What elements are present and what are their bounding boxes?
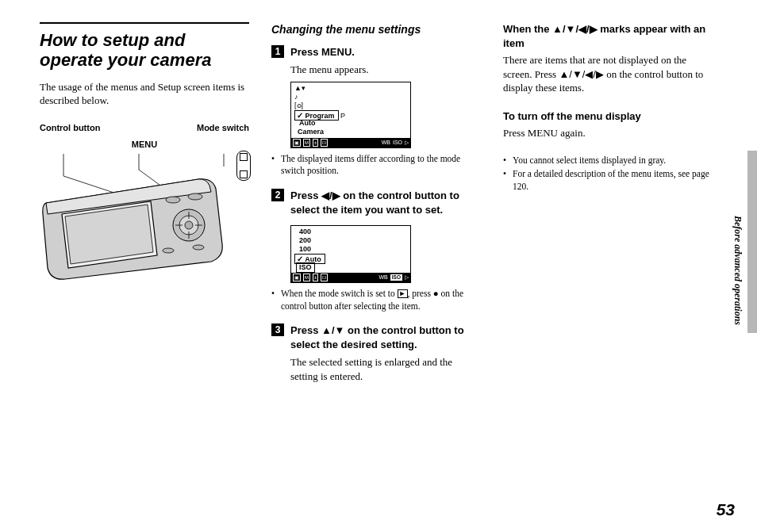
lcd-menu-2: 400 200 100 ✓ Auto ISO ▣ M ± ⊡ WB ISO	[290, 225, 411, 283]
camera-figure: Control button Mode switch MENU	[40, 122, 249, 291]
bar2-icon-exp: ±	[313, 274, 318, 281]
step-2-head: Press ◀/▶ on the control button to selec…	[290, 189, 481, 217]
column-3: When the ▲/▼/◀/▶ marks appear with an it…	[503, 22, 717, 388]
subheading-turn-off: To turn off the menu display	[503, 109, 713, 124]
label-mode-switch: Mode switch	[197, 122, 249, 134]
bar2-icon-camera: ▣	[293, 274, 301, 281]
step-1-body: The menu appears.	[290, 63, 481, 77]
subheading-changing-menu: Changing the menu settings	[271, 22, 481, 37]
bar-icon-camera: ▣	[293, 139, 301, 147]
label-control-button: Control button	[40, 122, 100, 134]
arrows-all-icon-2: ▲/▼/◀/▶	[559, 68, 604, 80]
lcd2-row-400: 400	[293, 228, 409, 236]
step-3-body: The selected setting is enlarged and the…	[290, 355, 481, 383]
arrows-up-down-icon: ▲/▼	[321, 324, 344, 336]
svg-point-15	[193, 245, 204, 250]
bar-icon-focus: ⊡	[321, 139, 328, 147]
svg-point-9	[185, 221, 193, 229]
lcd1-icon-up: ▲▾	[294, 84, 305, 92]
section-tab-label: Before advanced operations	[732, 216, 744, 325]
label-menu: MENU	[132, 140, 157, 149]
lcd1-row-camera: Camera	[293, 128, 409, 136]
para-marks-appear: There are items that are not displayed o…	[503, 53, 713, 95]
bar2-iso: ISO	[390, 274, 402, 281]
arrows-all-icon: ▲/▼/◀/▶	[552, 23, 598, 35]
lcd1-icon-focus: [ᴑ]	[294, 101, 303, 109]
bar-wb: WB	[382, 139, 390, 146]
arrows-left-right-icon: ◀/▶	[321, 189, 340, 201]
step-number-2: 2	[271, 189, 284, 201]
lcd2-row-100: 100	[293, 245, 409, 254]
note-after-step2: When the mode switch is set to ►, press …	[271, 288, 481, 312]
bar-right-arrow: ▷	[405, 139, 409, 146]
svg-point-14	[163, 248, 174, 253]
para-turn-off: Press MENU again.	[503, 126, 713, 140]
lcd2-iconbar: ▣ M ± ⊡ WB ISO ▷	[291, 273, 410, 282]
thumb-tab-bar	[747, 151, 757, 333]
bar-icon-mode: M	[303, 139, 310, 147]
bar-icon-exp: ±	[313, 139, 318, 147]
svg-point-6	[188, 193, 202, 200]
play-mode-icon: ►	[398, 289, 408, 298]
bar2-icon-focus: ⊡	[321, 274, 328, 281]
camera-illustration	[40, 152, 238, 287]
lcd1-iconbar: ▣ M ± ⊡ WB ISO ▷	[291, 138, 410, 147]
bar2-wb: WB	[379, 274, 388, 281]
note-after-step1: The displayed items differ according to …	[271, 153, 481, 178]
heading-rule	[40, 22, 249, 24]
step-2: 2 Press ◀/▶ on the control button to sel…	[271, 189, 481, 217]
page-number: 53	[717, 499, 735, 521]
bar2-right-arrow: ▷	[405, 274, 409, 281]
step-3: 3 Press ▲/▼ on the control button to sel…	[271, 323, 481, 352]
lcd1-icon-timer: ♪	[294, 93, 298, 101]
bar2-icon-mode: M	[303, 274, 310, 281]
lcd-menu-1: ▲▾ ♪ [ᴑ] ✓ Program P Auto Camera ▣ M ± ⊡	[290, 82, 411, 148]
notes-col3: You cannot select items displayed in gra…	[503, 155, 713, 193]
step-number-3: 3	[271, 323, 284, 336]
column-1: How to setup and operate your camera The…	[40, 22, 249, 388]
step-3-head: Press ▲/▼ on the control button to selec…	[290, 323, 481, 352]
mode-switch-icon	[236, 151, 251, 181]
lcd1-row-auto: Auto	[293, 119, 409, 128]
page-title: How to setup and operate your camera	[40, 30, 249, 71]
lcd2-iso-label: ISO	[296, 262, 315, 273]
bar-iso: ISO	[393, 139, 402, 146]
lcd1-selected-suffix: P	[340, 112, 345, 120]
lcd2-row-200: 200	[293, 236, 409, 245]
step-1-head: Press MENU.	[290, 45, 355, 59]
intro-paragraph: The usage of the menus and Setup screen …	[40, 80, 249, 108]
step-number-1: 1	[271, 45, 284, 58]
subheading-marks-appear: When the ▲/▼/◀/▶ marks appear with an it…	[503, 22, 713, 50]
svg-point-5	[166, 197, 180, 203]
column-2: Changing the menu settings 1 Press MENU.…	[271, 22, 481, 388]
step-1: 1 Press MENU.	[271, 45, 481, 59]
